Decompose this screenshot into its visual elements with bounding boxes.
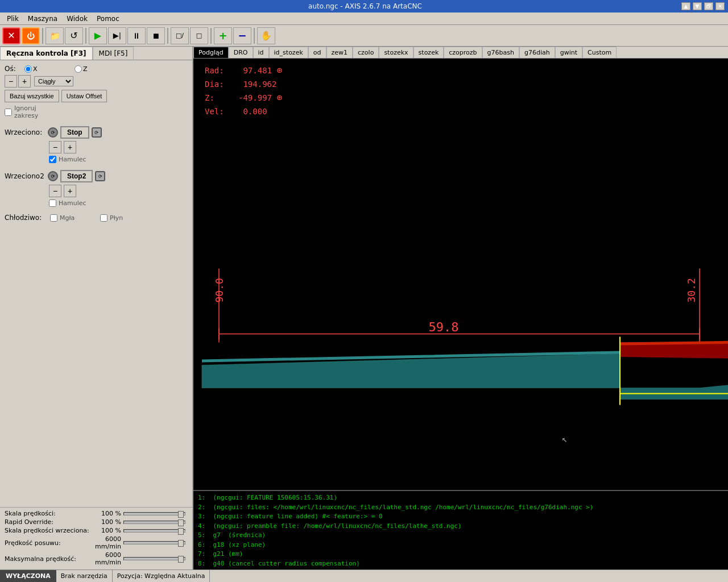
tab-gwint[interactable]: gwint xyxy=(555,47,582,58)
open-button[interactable]: 📁 xyxy=(46,27,64,44)
menu-pomoc[interactable]: Pomoc xyxy=(92,14,124,24)
tab-czolo[interactable]: czolo xyxy=(353,47,379,58)
estop-button[interactable]: ✕ xyxy=(2,27,20,44)
wrzeciono2-hamulec-row: Hamulec xyxy=(5,199,188,207)
wrzeciono-icon1[interactable]: ⟳ xyxy=(48,127,58,138)
tabs-row: Ręczna kontrola [F3] MDI [F5] xyxy=(0,47,192,60)
slider-speed-label: Skala prędkości: xyxy=(5,510,90,517)
toolbar-separator-2 xyxy=(85,28,86,44)
slider-spindle-track[interactable] xyxy=(123,529,185,533)
jog-minus-button[interactable]: − xyxy=(5,75,17,88)
tab-id[interactable]: id xyxy=(253,47,269,58)
axis-x-radio[interactable]: X xyxy=(24,65,70,73)
wrzeciono-stop-button[interactable]: Stop xyxy=(60,126,89,139)
tab-stozek[interactable]: stozek xyxy=(413,47,444,58)
console-area[interactable]: 1: (ngcgui: FEATURE 150605:15.36.31) 2: … xyxy=(193,490,728,569)
power-button[interactable]: ⏻ xyxy=(22,27,40,44)
ustaw-offset-button[interactable]: Ustaw Offset xyxy=(61,90,107,102)
wrzeciono-icon2[interactable]: ⟳ xyxy=(92,127,102,138)
wrzeciono2-icon2[interactable]: ⟳ xyxy=(95,171,105,181)
power-icon: ⏻ xyxy=(27,31,35,40)
bazuj-row: Bazuj wszystkie Ustaw Offset xyxy=(5,90,188,102)
reload-button[interactable]: ↺ xyxy=(65,27,83,44)
status-pozycja: Pozycja: Względna Aktualna xyxy=(113,570,210,582)
tab-manual-control[interactable]: Ręczna kontrola [F3] xyxy=(0,47,93,60)
slider-rapid-track[interactable] xyxy=(123,521,185,524)
console-line-3: 3: (ngcgui: feature line added) #< featu… xyxy=(198,512,723,522)
wrzeciono-label: Wrzeciono: xyxy=(5,128,46,136)
menu-maszyna[interactable]: Maszyna xyxy=(23,14,62,24)
tab-id-stozek[interactable]: id_stozek xyxy=(269,47,308,58)
tab-custom[interactable]: Custom xyxy=(582,47,617,58)
toolbar-separator-5 xyxy=(254,28,255,44)
feed-mode-select[interactable]: Ciągły Krokowy xyxy=(34,76,73,86)
wrzeciono2-pm-row: − + xyxy=(5,185,188,197)
axis-z-radio[interactable]: Z xyxy=(75,65,120,73)
block2-icon: □ xyxy=(196,32,202,39)
menu-plik[interactable]: Plik xyxy=(2,14,23,24)
pause-button[interactable]: ⏸ xyxy=(127,27,146,44)
menubar: Plik Maszyna Widok Pomoc xyxy=(0,13,728,25)
jog-plus-button[interactable]: + xyxy=(18,75,31,88)
slider-feed-track xyxy=(123,541,185,544)
płyn-checkbox[interactable]: Płyn xyxy=(100,214,146,222)
slider-rapid-row: Rapid Override: 100 % xyxy=(5,518,188,526)
close-button[interactable]: ✕ xyxy=(715,2,725,10)
stop-program-button[interactable]: ⏹ xyxy=(147,27,165,44)
console-line-7: 7: g21 (mm) xyxy=(198,550,723,559)
block1-button[interactable]: □/ xyxy=(171,27,189,44)
wrzeciono2-hamulec-checkbox[interactable]: Hamulec xyxy=(49,199,94,207)
tab-czoprozb[interactable]: czoprozb xyxy=(444,47,482,58)
left-panel: Ręczna kontrola [F3] MDI [F5] Oś: X Z xyxy=(0,47,193,569)
wrzeciono-minus-button[interactable]: − xyxy=(49,141,61,153)
tab-zew1[interactable]: zew1 xyxy=(326,47,353,58)
slider-maxspeed-track xyxy=(123,557,185,560)
svg-text:30.2: 30.2 xyxy=(685,278,697,302)
tab-podgląd[interactable]: Podgląd xyxy=(193,47,229,58)
tab-g76diah[interactable]: g76diah xyxy=(519,47,555,58)
wrzeciono-hamulec-checkbox[interactable]: Hamulec xyxy=(49,156,94,163)
tab-g76bash[interactable]: g76bash xyxy=(482,47,519,58)
menu-widok[interactable]: Widok xyxy=(62,14,92,24)
ignoruj-zakresy-checkbox[interactable]: Ignoruj zakresy xyxy=(5,105,50,119)
tab-stozekx[interactable]: stozekx xyxy=(379,47,413,58)
wrzeciono-plus-button[interactable]: + xyxy=(64,141,76,153)
console-line-2: 2: (ngcgui: files: </home/wrl/linuxcnc/n… xyxy=(198,503,723,513)
slider-speed-value: 100 % xyxy=(90,510,121,517)
touch-icon: ✋ xyxy=(260,30,272,41)
toolbar-separator-4 xyxy=(210,28,212,44)
touch-button[interactable]: ✋ xyxy=(257,27,275,44)
step-button[interactable]: ▶| xyxy=(108,27,126,44)
wrzeciono2-plus-button[interactable]: + xyxy=(64,185,76,197)
cnc-visualization: 90.0 30.2 59.8 xyxy=(193,59,728,490)
slider-speed-row: Skala prędkości: 100 % xyxy=(5,510,188,517)
tab-mdi[interactable]: MDI [F5] xyxy=(93,47,134,60)
estop-icon: ✕ xyxy=(7,30,15,41)
pause-icon: ⏸ xyxy=(133,31,140,40)
slider-speed-track[interactable] xyxy=(123,512,185,516)
maximize-button[interactable]: 🗗 xyxy=(704,2,713,10)
tab-dro[interactable]: DRO xyxy=(229,47,253,58)
slider-maxspeed-value: 6000 mm/min xyxy=(90,551,121,566)
slider-spindle-label: Skala prędkości wrzeciona: xyxy=(5,527,90,534)
bazuj-button[interactable]: Bazuj wszystkie xyxy=(5,90,59,102)
minimize-button[interactable]: ▲ xyxy=(681,2,690,10)
zoom-out-button[interactable]: − xyxy=(233,27,251,44)
wrzeciono2-icon1[interactable]: ⟳ xyxy=(48,171,58,181)
restore-button[interactable]: ▼ xyxy=(693,2,702,10)
slider-rapid-value: 100 % xyxy=(90,518,121,526)
manual-control-panel: Oś: X Z − + Ciągły Krokowy xyxy=(0,60,192,507)
right-panel: Podgląd DRO id id_stozek od zew1 czolo s… xyxy=(193,47,728,569)
run-button[interactable]: ▶ xyxy=(89,27,107,44)
statusbar: WYŁĄCZONA Brak narzędzia Pozycja: Względ… xyxy=(0,569,728,582)
tab-od[interactable]: od xyxy=(308,47,326,58)
zoom-in-button[interactable]: + xyxy=(214,27,232,44)
feed-row: − + Ciągły Krokowy xyxy=(5,75,188,88)
block2-button[interactable]: □ xyxy=(190,27,208,44)
wrzeciono2-stop-button[interactable]: Stop2 xyxy=(60,170,93,182)
toolbar-separator-3 xyxy=(167,28,168,44)
canvas-area[interactable]: Rad: 97.481 ⊕ Dia: 194.962 Z: -49.997 ⊕ … xyxy=(193,59,728,490)
mgła-checkbox[interactable]: Mgła xyxy=(50,214,96,222)
slider-feed-label: Prędkość posuwu: xyxy=(5,539,90,547)
wrzeciono2-minus-button[interactable]: − xyxy=(49,185,61,197)
